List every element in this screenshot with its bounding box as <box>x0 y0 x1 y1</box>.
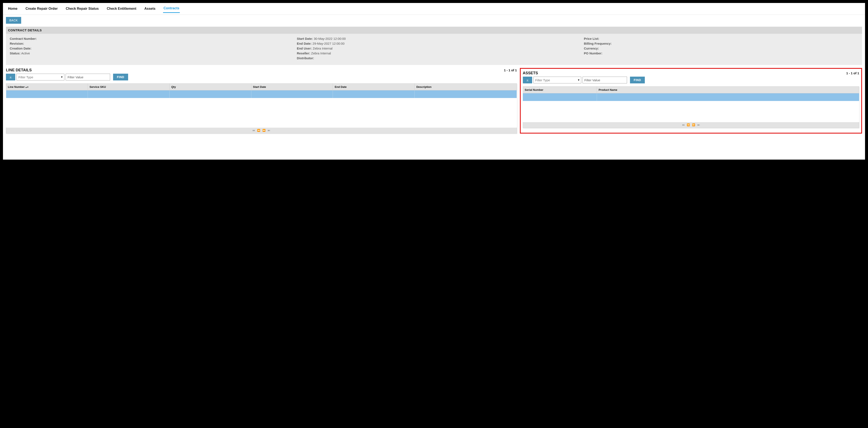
line-details-filter-row: ▼ FIND <box>6 74 517 80</box>
end-date-label: End Date: <box>297 42 312 45</box>
col-qty[interactable]: Qty <box>169 84 251 90</box>
contract-details-header: CONTRACT DETAILS <box>6 27 862 34</box>
status-value: Active <box>21 52 30 55</box>
pager-prev-icon[interactable]: ⏪ <box>257 129 260 132</box>
status-label: Status: <box>10 52 21 55</box>
sort-indicator-icon: ▲▼ <box>25 86 28 88</box>
col-service-sku[interactable]: Service SKU <box>88 84 169 90</box>
pager-last-icon[interactable]: ⏭ <box>697 123 700 126</box>
currency-label: Currency: <box>584 46 599 50</box>
assets-filter-value-input[interactable] <box>583 77 627 84</box>
billing-freq-label: Billing Frequency: <box>584 42 612 45</box>
po-number-label: PO Number: <box>584 52 602 55</box>
pager-last-icon[interactable]: ⏭ <box>268 129 270 132</box>
col-product-name[interactable]: Product Name <box>597 87 859 93</box>
start-date-label: Start Date: <box>297 37 313 40</box>
download-icon <box>526 78 529 82</box>
line-filter-value-input[interactable] <box>66 74 110 80</box>
nav-assets[interactable]: Assets <box>144 5 156 13</box>
assets-grid-pager: ⏮ ⏪ ⏩ ⏭ <box>523 122 859 128</box>
pager-first-icon[interactable]: ⏮ <box>252 129 255 132</box>
line-details-grid: Line Number▲▼ Service SKU Qty Start Date… <box>6 84 517 128</box>
back-button[interactable]: BACK <box>6 17 21 24</box>
reseller-value: Zebra Internal <box>311 52 331 55</box>
revision-label: Revision: <box>10 42 24 45</box>
line-details-pane: LINE DETAILS 1 - 1 of 1 ▼ FIND <box>6 68 517 134</box>
assets-title: ASSETS <box>523 71 538 75</box>
contract-number-label: Contract Number: <box>10 37 37 40</box>
download-icon <box>9 75 12 79</box>
end-date-value: 29-May-2027 12:00:00 <box>313 42 344 45</box>
assets-filter-type-select[interactable] <box>533 77 581 84</box>
grid-empty-space <box>523 101 859 122</box>
contract-details-panel: CONTRACT DETAILS Contract Number: Revisi… <box>6 27 862 65</box>
end-user-value: Zebra Internal <box>313 46 333 50</box>
lower-panes: LINE DETAILS 1 - 1 of 1 ▼ FIND <box>6 68 862 134</box>
pager-first-icon[interactable]: ⏮ <box>682 123 685 126</box>
top-nav: Home Create Repair Order Check Repair St… <box>3 3 865 15</box>
assets-find-button[interactable]: FIND <box>630 77 645 84</box>
nav-create-repair-order[interactable]: Create Repair Order <box>25 5 58 13</box>
nav-contracts[interactable]: Contracts <box>163 5 180 13</box>
line-grid-pager: ⏮ ⏪ ⏩ ⏭ <box>6 128 517 134</box>
pager-prev-icon[interactable]: ⏪ <box>687 123 690 126</box>
creation-date-label: Creation Date: <box>10 46 32 50</box>
col-serial-number[interactable]: Serial Number <box>523 87 597 93</box>
line-download-button[interactable] <box>6 74 15 80</box>
assets-filter-row: ▼ FIND <box>523 77 859 84</box>
assets-download-button[interactable] <box>523 77 532 84</box>
line-filter-type-select[interactable] <box>17 74 64 80</box>
grid-empty-space <box>6 98 517 128</box>
col-description[interactable]: Description <box>414 84 517 90</box>
table-row[interactable] <box>523 93 859 101</box>
contract-details-col-2: Start Date: 30-May-2022 12:00:00 End Dat… <box>297 37 571 61</box>
pager-next-icon[interactable]: ⏩ <box>262 129 266 132</box>
line-find-button[interactable]: FIND <box>113 74 128 80</box>
nav-check-entitlement[interactable]: Check Entitlement <box>106 5 137 13</box>
nav-home[interactable]: Home <box>8 5 18 13</box>
col-line-number[interactable]: Line Number▲▼ <box>6 84 88 90</box>
start-date-value: 30-May-2022 12:00:00 <box>314 37 346 40</box>
table-row[interactable] <box>6 90 517 98</box>
col-start-date[interactable]: Start Date <box>251 84 333 90</box>
assets-pane-highlighted: ASSETS 1 - 1 of 1 ▼ FIND <box>520 68 862 134</box>
contract-details-col-1: Contract Number: Revision: Creation Date… <box>10 37 284 61</box>
end-user-label: End User: <box>297 46 312 50</box>
pager-next-icon[interactable]: ⏩ <box>692 123 695 126</box>
assets-count: 1 - 1 of 1 <box>846 71 859 75</box>
line-details-count: 1 - 1 of 1 <box>504 68 517 72</box>
contract-details-body: Contract Number: Revision: Creation Date… <box>6 34 862 65</box>
contract-details-col-3: Price List: Billing Frequency: Currency:… <box>584 37 858 61</box>
nav-check-repair-status[interactable]: Check Repair Status <box>65 5 99 13</box>
assets-grid: Serial Number Product Name <box>523 86 859 122</box>
line-details-title: LINE DETAILS <box>6 68 32 72</box>
distributor-label: Distributor: <box>297 56 314 60</box>
price-list-label: Price List: <box>584 37 599 40</box>
app-viewport: Home Create Repair Order Check Repair St… <box>3 3 865 160</box>
col-end-date[interactable]: End Date <box>333 84 414 90</box>
reseller-label: Reseller: <box>297 52 310 55</box>
